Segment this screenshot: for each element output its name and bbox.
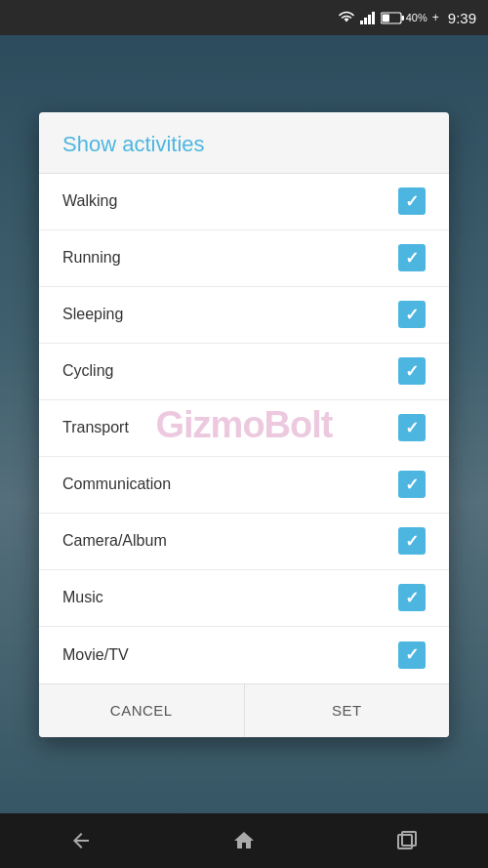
check-icon: ✓: [405, 590, 419, 606]
activity-music-label: Music: [62, 589, 103, 606]
activity-movie-label: Movie/TV: [62, 646, 129, 664]
status-time: 9:39: [448, 10, 476, 26]
activity-transport-label: Transport: [62, 419, 129, 436]
cancel-button[interactable]: Cancel: [39, 684, 245, 737]
svg-rect-3: [372, 12, 375, 24]
wifi-icon: [338, 11, 355, 24]
check-icon: ✓: [405, 193, 419, 210]
activity-walking-checkbox[interactable]: ✓: [398, 187, 426, 215]
dialog-title-section: Show activities: [39, 112, 449, 174]
svg-rect-2: [368, 15, 371, 24]
svg-rect-5: [401, 16, 404, 21]
battery-indicator: 40%: [381, 12, 427, 24]
battery-percent: 40%: [406, 12, 427, 23]
activity-camera-checkbox[interactable]: ✓: [398, 527, 426, 555]
dialog-overlay: Show activities Walking ✓ Running ✓ Slee…: [0, 35, 488, 813]
back-icon: [69, 829, 93, 852]
activity-cycling-label: Cycling: [62, 362, 113, 380]
recents-icon: [395, 829, 419, 852]
activity-sleeping-checkbox[interactable]: ✓: [398, 301, 426, 328]
activity-communication-checkbox[interactable]: ✓: [398, 471, 426, 498]
signal-icon: [360, 11, 376, 24]
activity-camera-album[interactable]: Camera/Album ✓: [39, 514, 449, 570]
activity-cycling[interactable]: Cycling ✓: [39, 344, 449, 400]
activity-sleeping-label: Sleeping: [62, 306, 123, 323]
set-button[interactable]: Set: [245, 684, 450, 737]
check-icon: ✓: [405, 363, 419, 380]
activity-cycling-checkbox[interactable]: ✓: [398, 357, 426, 385]
check-icon: ✓: [405, 307, 419, 323]
activity-movie-checkbox[interactable]: ✓: [398, 641, 426, 669]
check-icon: ✓: [405, 420, 419, 436]
svg-rect-1: [364, 18, 367, 24]
recents-button[interactable]: [378, 813, 436, 868]
check-icon: ✓: [405, 533, 419, 550]
activity-transport-checkbox[interactable]: ✓: [398, 414, 426, 441]
check-icon: ✓: [405, 476, 419, 493]
activity-running[interactable]: Running ✓: [39, 230, 449, 287]
svg-rect-0: [360, 21, 363, 24]
activity-communication-label: Communication: [62, 475, 171, 493]
check-icon: ✓: [405, 646, 419, 663]
back-button[interactable]: [52, 813, 110, 868]
charge-icon: +: [432, 11, 439, 24]
status-icons: 40% + 9:39: [338, 10, 476, 26]
show-activities-dialog: Show activities Walking ✓ Running ✓ Slee…: [39, 112, 449, 737]
dialog-button-row: Cancel Set: [39, 683, 449, 737]
activity-camera-label: Camera/Album: [62, 532, 167, 550]
activity-movie-tv[interactable]: Movie/TV ✓: [39, 627, 449, 683]
activity-sleeping[interactable]: Sleeping ✓: [39, 287, 449, 344]
svg-rect-6: [382, 14, 389, 21]
activity-music[interactable]: Music ✓: [39, 570, 449, 627]
activity-running-checkbox[interactable]: ✓: [398, 244, 426, 271]
activity-transport[interactable]: Transport ✓: [39, 400, 449, 457]
activity-communication[interactable]: Communication ✓: [39, 457, 449, 514]
home-button[interactable]: [215, 813, 273, 868]
home-icon: [232, 829, 256, 852]
status-bar: 40% + 9:39: [0, 0, 488, 35]
activity-walking[interactable]: Walking ✓: [39, 174, 449, 230]
activity-music-checkbox[interactable]: ✓: [398, 584, 426, 611]
check-icon: ✓: [405, 250, 419, 267]
activities-list: Walking ✓ Running ✓ Sleeping ✓ Cycling: [39, 174, 449, 683]
activity-running-label: Running: [62, 249, 121, 267]
navigation-bar: [0, 813, 488, 868]
activity-walking-label: Walking: [62, 192, 117, 210]
dialog-title-text: Show activities: [62, 132, 205, 156]
